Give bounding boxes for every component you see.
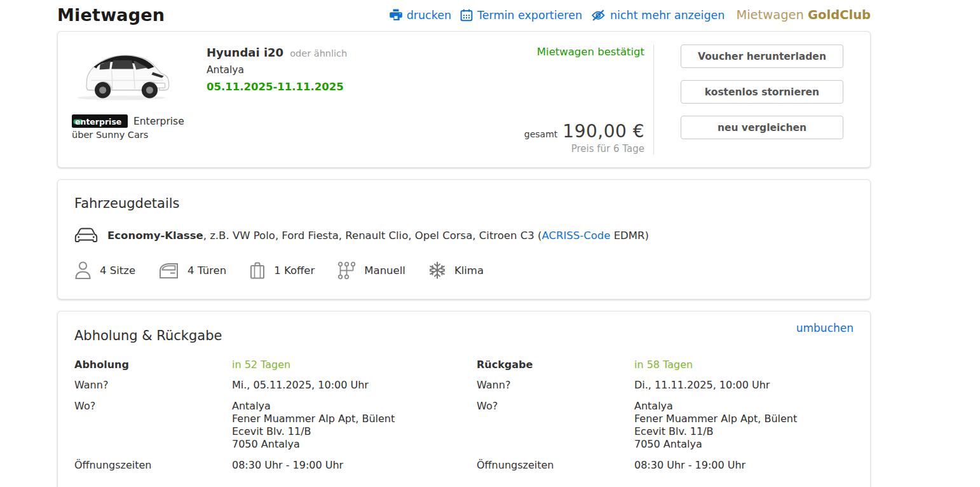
vehicle-class-row: Economy-Klasse, z.B. VW Polo, Ford Fiest… <box>74 226 854 244</box>
page-header: Mietwagen drucken <box>57 0 871 31</box>
price-row: gesamt190,00 € <box>506 121 644 142</box>
return-when-row: Wann? Di., 11.11.2025, 10:00 Uhr <box>477 379 879 392</box>
car-image <box>73 45 170 106</box>
pickup-return-grid: Abholung in 52 Tagen Wann? Mi., 05.11.20… <box>74 359 854 480</box>
supplier-name: Enterprise <box>133 116 184 127</box>
vertical-divider <box>653 45 654 154</box>
seat-icon <box>74 261 92 280</box>
return-column: Rückgabe in 58 Tagen Wann? Di., 11.11.20… <box>477 359 879 480</box>
pickup-hours-label: Öffnungszeiten <box>74 459 232 471</box>
pickup-when-value: Mi., 05.11.2025, 10:00 Uhr <box>232 379 369 392</box>
car-front-icon <box>74 226 98 244</box>
status-price-block: Mietwagen bestätigt gesamt190,00 € Preis… <box>506 45 644 154</box>
pickup-column: Abholung in 52 Tagen Wann? Mi., 05.11.20… <box>74 359 477 480</box>
price-note: Preis für 6 Tage <box>506 143 644 154</box>
acriss-code-link[interactable]: ACRISS-Code <box>541 230 610 242</box>
suitcase-icon <box>249 261 266 280</box>
enterprise-logo: enterprise <box>72 114 128 128</box>
broker-name: über Sunny Cars <box>72 130 194 140</box>
feature-luggage: 1 Koffer <box>249 261 315 280</box>
return-hours-row: Öffnungszeiten 08:30 Uhr - 19:00 Uhr <box>477 459 879 472</box>
cancel-free-button[interactable]: kostenlos stornieren <box>681 80 843 104</box>
vehicle-location: Antalya <box>207 64 506 76</box>
return-heading-row: Rückgabe in 58 Tagen <box>477 359 879 371</box>
calendar-icon <box>460 9 473 22</box>
pickup-return-card: Abholung & Rückgabe umbuchen Abholung in… <box>57 311 871 487</box>
return-address-line: Ecevit Blv. 11/B <box>634 425 797 438</box>
vehicle-name: Hyundai i20 <box>207 46 283 59</box>
vehicle-class-text: Economy-Klasse, z.B. VW Polo, Ford Fiest… <box>107 230 649 242</box>
pickup-hours-value: 08:30 Uhr - 19:00 Uhr <box>232 459 343 472</box>
gearshift-icon <box>337 261 356 280</box>
return-when-label: Wann? <box>477 379 634 391</box>
pickup-heading: Abholung <box>74 359 232 371</box>
rental-date-range: 05.11.2025-11.11.2025 <box>207 81 506 93</box>
pickup-heading-row: Abholung in 52 Tagen <box>74 359 477 371</box>
svg-text:enterprise: enterprise <box>75 117 121 127</box>
return-when-value: Di., 11.11.2025, 10:00 Uhr <box>634 379 770 392</box>
return-hours-label: Öffnungszeiten <box>477 459 634 471</box>
goldclub-badge[interactable]: Mietwagen GoldClub <box>736 8 871 22</box>
acriss-code-value: EDMR) <box>610 230 649 242</box>
feature-luggage-label: 1 Koffer <box>274 264 315 277</box>
vehicle-media: enterprise Enterprise über Sunny Cars <box>72 45 194 154</box>
feature-seats-label: 4 Sitze <box>100 264 135 277</box>
feature-seats: 4 Sitze <box>74 261 135 280</box>
pickup-address: Antalya Fener Muammer Alp Apt, Bülent Ec… <box>232 400 395 451</box>
export-appointment-link[interactable]: Termin exportieren <box>460 9 582 22</box>
feature-aircon: Klima <box>428 261 484 279</box>
header-actions: drucken Termin expor <box>390 8 871 22</box>
vehicle-class-examples: , z.B. VW Polo, Ford Fiesta, Renault Cli… <box>203 230 542 242</box>
booking-actions: Voucher herunterladen kostenlos stornier… <box>681 45 843 154</box>
snowflake-icon <box>428 261 446 279</box>
pickup-address-line: Ecevit Blv. 11/B <box>232 425 395 438</box>
total-price: 190,00 € <box>562 121 644 142</box>
price-block: gesamt190,00 € Preis für 6 Tage <box>506 121 644 154</box>
return-address-line: 7050 Antalya <box>634 438 797 451</box>
pickup-countdown: in 52 Tagen <box>232 359 290 371</box>
booking-card: enterprise Enterprise über Sunny Cars Hy… <box>57 31 871 168</box>
pickup-hours-row: Öffnungszeiten 08:30 Uhr - 19:00 Uhr <box>74 459 477 472</box>
eye-slash-icon <box>591 9 606 22</box>
return-address-line: Antalya <box>634 400 797 413</box>
return-address: Antalya Fener Muammer Alp Apt, Bülent Ec… <box>634 400 797 451</box>
return-heading: Rückgabe <box>477 359 634 371</box>
rebook-link[interactable]: umbuchen <box>796 322 854 334</box>
return-where-row: Wo? Antalya Fener Muammer Alp Apt, Bülen… <box>477 400 879 451</box>
printer-icon <box>390 9 402 21</box>
feature-transmission-label: Manuell <box>364 264 405 277</box>
return-where-label: Wo? <box>477 400 634 412</box>
pickup-address-line: Antalya <box>232 400 395 413</box>
pickup-when-row: Wann? Mi., 05.11.2025, 10:00 Uhr <box>74 379 477 392</box>
download-voucher-button[interactable]: Voucher herunterladen <box>681 45 843 68</box>
page-title: Mietwagen <box>57 5 165 25</box>
feature-doors-label: 4 Türen <box>187 264 226 277</box>
hide-link-label: nicht mehr anzeigen <box>610 9 725 22</box>
door-icon <box>158 262 179 279</box>
return-countdown: in 58 Tagen <box>634 359 693 371</box>
pickup-address-line: Fener Muammer Alp Apt, Bülent <box>232 413 395 425</box>
pickup-where-row: Wo? Antalya Fener Muammer Alp Apt, Bülen… <box>74 400 477 451</box>
compare-again-button[interactable]: neu vergleichen <box>681 116 843 139</box>
goldclub-suffix: GoldClub <box>808 8 871 22</box>
feature-doors: 4 Türen <box>158 262 226 279</box>
vehicle-name-row: Hyundai i20 oder ähnlich <box>207 46 506 59</box>
supplier-row: enterprise Enterprise <box>72 114 194 128</box>
vehicle-details-card: Fahrzeugdetails Economy-Klasse, z.B. VW … <box>57 179 871 299</box>
pickup-where-label: Wo? <box>74 400 232 412</box>
feature-aircon-label: Klima <box>454 264 484 277</box>
vehicle-info: Hyundai i20 oder ähnlich Antalya 05.11.2… <box>194 45 506 154</box>
pickup-address-line: 7050 Antalya <box>232 438 395 451</box>
hide-link[interactable]: nicht mehr anzeigen <box>591 9 725 22</box>
pickup-when-label: Wann? <box>74 379 232 391</box>
feature-list: 4 Sitze 4 Türen <box>74 261 854 280</box>
price-label: gesamt <box>524 129 558 139</box>
return-hours-value: 08:30 Uhr - 19:00 Uhr <box>634 459 745 472</box>
vehicle-note: oder ähnlich <box>290 48 347 58</box>
print-link-label: drucken <box>407 9 451 22</box>
print-link[interactable]: drucken <box>390 9 451 22</box>
pickup-return-title: Abholung & Rückgabe <box>74 328 222 343</box>
vehicle-class-name: Economy-Klasse <box>107 230 203 242</box>
feature-transmission: Manuell <box>337 261 405 280</box>
goldclub-prefix: Mietwagen <box>736 8 804 22</box>
